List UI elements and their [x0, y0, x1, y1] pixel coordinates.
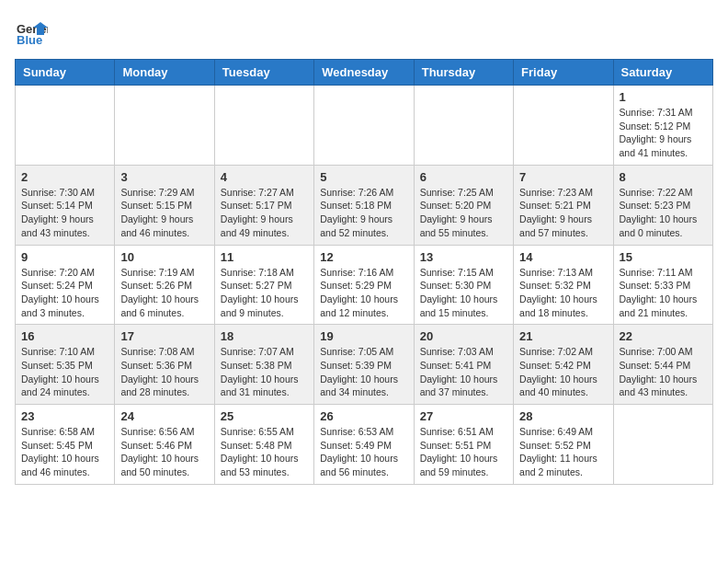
calendar-week-row: 2Sunrise: 7:30 AM Sunset: 5:14 PM Daylig…: [16, 165, 713, 245]
day-number: 3: [120, 170, 208, 184]
day-number: 18: [221, 329, 308, 343]
calendar-cell: 11Sunrise: 7:18 AM Sunset: 5:27 PM Dayli…: [214, 245, 313, 325]
logo: General Blue: [15, 15, 50, 48]
calendar-cell: 9Sunrise: 7:20 AM Sunset: 5:24 PM Daylig…: [16, 245, 115, 325]
day-number: 2: [21, 170, 108, 184]
calendar-cell: [414, 86, 513, 166]
calendar-cell: 24Sunrise: 6:56 AM Sunset: 5:46 PM Dayli…: [115, 405, 214, 485]
day-number: 25: [221, 409, 308, 423]
calendar-week-row: 23Sunrise: 6:58 AM Sunset: 5:45 PM Dayli…: [16, 405, 713, 485]
day-info: Sunrise: 7:25 AM Sunset: 5:20 PM Dayligh…: [420, 186, 507, 240]
calendar-cell: 7Sunrise: 7:23 AM Sunset: 5:21 PM Daylig…: [514, 165, 613, 245]
day-info: Sunrise: 7:11 AM Sunset: 5:33 PM Dayligh…: [620, 266, 707, 320]
header: General Blue: [15, 15, 713, 48]
calendar-cell: 18Sunrise: 7:07 AM Sunset: 5:38 PM Dayli…: [214, 325, 313, 405]
calendar-cell: [613, 405, 712, 485]
day-number: 20: [420, 329, 507, 343]
day-info: Sunrise: 6:56 AM Sunset: 5:46 PM Dayligh…: [120, 425, 208, 479]
calendar-cell: 25Sunrise: 6:55 AM Sunset: 5:48 PM Dayli…: [214, 405, 313, 485]
day-number: 11: [221, 250, 308, 264]
day-number: 19: [320, 329, 407, 343]
calendar-cell: 4Sunrise: 7:27 AM Sunset: 5:17 PM Daylig…: [214, 165, 313, 245]
day-number: 15: [620, 250, 707, 264]
day-number: 17: [120, 329, 208, 343]
calendar-cell: 3Sunrise: 7:29 AM Sunset: 5:15 PM Daylig…: [115, 165, 214, 245]
svg-text:Blue: Blue: [17, 33, 42, 47]
day-number: 4: [221, 170, 308, 184]
calendar-cell: 19Sunrise: 7:05 AM Sunset: 5:39 PM Dayli…: [314, 325, 414, 405]
day-info: Sunrise: 7:26 AM Sunset: 5:18 PM Dayligh…: [320, 186, 407, 240]
day-number: 26: [320, 409, 407, 423]
day-info: Sunrise: 7:22 AM Sunset: 5:23 PM Dayligh…: [620, 186, 707, 240]
day-number: 21: [519, 329, 607, 343]
day-info: Sunrise: 7:02 AM Sunset: 5:42 PM Dayligh…: [519, 345, 607, 399]
calendar-header-row: SundayMondayTuesdayWednesdayThursdayFrid…: [16, 60, 713, 86]
calendar-cell: 2Sunrise: 7:30 AM Sunset: 5:14 PM Daylig…: [16, 165, 115, 245]
day-info: Sunrise: 7:31 AM Sunset: 5:12 PM Dayligh…: [620, 106, 707, 160]
calendar-cell: 13Sunrise: 7:15 AM Sunset: 5:30 PM Dayli…: [414, 245, 513, 325]
day-number: 27: [420, 409, 507, 423]
calendar-cell: 6Sunrise: 7:25 AM Sunset: 5:20 PM Daylig…: [414, 165, 513, 245]
day-info: Sunrise: 7:29 AM Sunset: 5:15 PM Dayligh…: [120, 186, 208, 240]
calendar-cell: 17Sunrise: 7:08 AM Sunset: 5:36 PM Dayli…: [115, 325, 214, 405]
day-number: 6: [420, 170, 507, 184]
day-number: 8: [620, 170, 707, 184]
weekday-header-saturday: Saturday: [613, 60, 712, 86]
calendar-cell: [314, 86, 414, 166]
day-info: Sunrise: 7:18 AM Sunset: 5:27 PM Dayligh…: [221, 266, 308, 320]
day-number: 10: [120, 250, 208, 264]
calendar-cell: 23Sunrise: 6:58 AM Sunset: 5:45 PM Dayli…: [16, 405, 115, 485]
calendar-week-row: 9Sunrise: 7:20 AM Sunset: 5:24 PM Daylig…: [16, 245, 713, 325]
day-info: Sunrise: 7:20 AM Sunset: 5:24 PM Dayligh…: [21, 266, 108, 320]
calendar-cell: 20Sunrise: 7:03 AM Sunset: 5:41 PM Dayli…: [414, 325, 513, 405]
calendar-cell: [115, 86, 214, 166]
day-info: Sunrise: 7:23 AM Sunset: 5:21 PM Dayligh…: [519, 186, 607, 240]
day-info: Sunrise: 7:03 AM Sunset: 5:41 PM Dayligh…: [420, 345, 507, 399]
calendar-cell: 5Sunrise: 7:26 AM Sunset: 5:18 PM Daylig…: [314, 165, 414, 245]
weekday-header-sunday: Sunday: [16, 60, 115, 86]
day-number: 28: [519, 409, 607, 423]
calendar-cell: 8Sunrise: 7:22 AM Sunset: 5:23 PM Daylig…: [613, 165, 712, 245]
day-info: Sunrise: 7:08 AM Sunset: 5:36 PM Dayligh…: [120, 345, 208, 399]
weekday-header-monday: Monday: [115, 60, 214, 86]
day-number: 22: [620, 329, 707, 343]
calendar-cell: 26Sunrise: 6:53 AM Sunset: 5:49 PM Dayli…: [314, 405, 414, 485]
day-info: Sunrise: 6:58 AM Sunset: 5:45 PM Dayligh…: [21, 425, 108, 479]
calendar-cell: 14Sunrise: 7:13 AM Sunset: 5:32 PM Dayli…: [514, 245, 613, 325]
weekday-header-tuesday: Tuesday: [214, 60, 313, 86]
calendar-cell: 28Sunrise: 6:49 AM Sunset: 5:52 PM Dayli…: [514, 405, 613, 485]
calendar-week-row: 1Sunrise: 7:31 AM Sunset: 5:12 PM Daylig…: [16, 86, 713, 166]
day-info: Sunrise: 7:00 AM Sunset: 5:44 PM Dayligh…: [620, 345, 707, 399]
day-info: Sunrise: 7:19 AM Sunset: 5:26 PM Dayligh…: [120, 266, 208, 320]
calendar-cell: 10Sunrise: 7:19 AM Sunset: 5:26 PM Dayli…: [115, 245, 214, 325]
day-number: 13: [420, 250, 507, 264]
day-number: 14: [519, 250, 607, 264]
day-number: 1: [620, 90, 707, 104]
weekday-header-wednesday: Wednesday: [314, 60, 414, 86]
day-number: 12: [320, 250, 407, 264]
logo-icon: General Blue: [15, 15, 48, 48]
day-info: Sunrise: 6:51 AM Sunset: 5:51 PM Dayligh…: [420, 425, 507, 479]
weekday-header-thursday: Thursday: [414, 60, 513, 86]
day-number: 23: [21, 409, 108, 423]
day-info: Sunrise: 7:13 AM Sunset: 5:32 PM Dayligh…: [519, 266, 607, 320]
day-number: 16: [21, 329, 108, 343]
day-info: Sunrise: 6:53 AM Sunset: 5:49 PM Dayligh…: [320, 425, 407, 479]
day-info: Sunrise: 7:16 AM Sunset: 5:29 PM Dayligh…: [320, 266, 407, 320]
day-info: Sunrise: 7:10 AM Sunset: 5:35 PM Dayligh…: [21, 345, 108, 399]
calendar-cell: [214, 86, 313, 166]
calendar-cell: 16Sunrise: 7:10 AM Sunset: 5:35 PM Dayli…: [16, 325, 115, 405]
calendar-cell: 21Sunrise: 7:02 AM Sunset: 5:42 PM Dayli…: [514, 325, 613, 405]
day-info: Sunrise: 6:49 AM Sunset: 5:52 PM Dayligh…: [519, 425, 607, 479]
calendar-cell: 22Sunrise: 7:00 AM Sunset: 5:44 PM Dayli…: [613, 325, 712, 405]
day-number: 24: [120, 409, 208, 423]
day-info: Sunrise: 7:05 AM Sunset: 5:39 PM Dayligh…: [320, 345, 407, 399]
day-number: 9: [21, 250, 108, 264]
day-info: Sunrise: 6:55 AM Sunset: 5:48 PM Dayligh…: [221, 425, 308, 479]
day-info: Sunrise: 7:30 AM Sunset: 5:14 PM Dayligh…: [21, 186, 108, 240]
calendar-table: SundayMondayTuesdayWednesdayThursdayFrid…: [15, 59, 713, 485]
day-info: Sunrise: 7:15 AM Sunset: 5:30 PM Dayligh…: [420, 266, 507, 320]
day-number: 5: [320, 170, 407, 184]
day-info: Sunrise: 7:27 AM Sunset: 5:17 PM Dayligh…: [221, 186, 308, 240]
calendar-cell: 12Sunrise: 7:16 AM Sunset: 5:29 PM Dayli…: [314, 245, 414, 325]
